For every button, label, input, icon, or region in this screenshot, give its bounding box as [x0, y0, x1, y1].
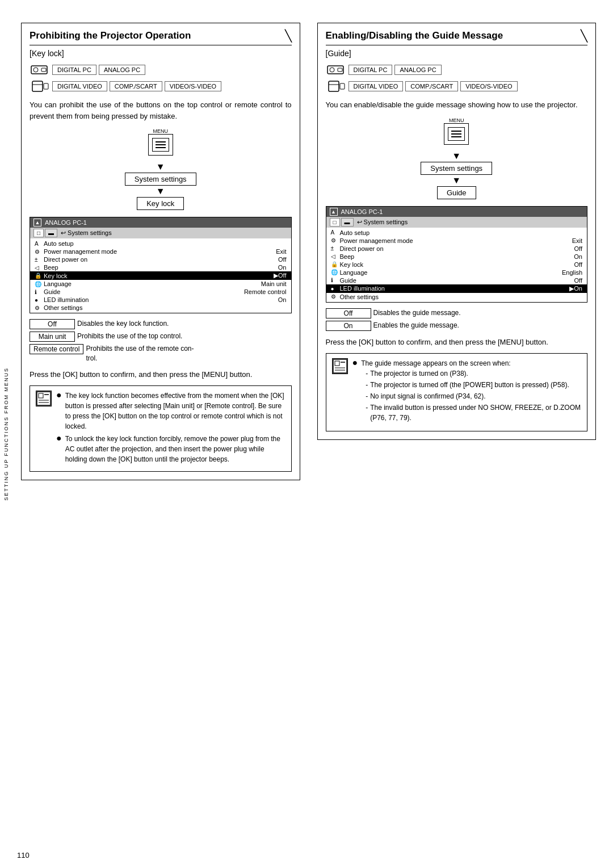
left-option-off: Off Disables the key lock function.	[30, 319, 292, 329]
right-row-icon-other: ⚙	[331, 293, 338, 300]
left-flow-box1: System settings	[125, 173, 196, 186]
left-row-label-power: Power management mode	[44, 248, 274, 255]
right-row-val-direct: Off	[574, 245, 582, 252]
right-description: You can enable/disable the guide message…	[326, 99, 588, 111]
left-row-icon-language: 🌐	[35, 281, 41, 287]
right-title-line: Enabling/Disabling the Guide Message ╲	[326, 29, 588, 45]
right-row-val-keylock: Off	[574, 261, 582, 268]
right-dash-4: -	[366, 402, 368, 423]
right-screen-mockup: ▲ ANALOG PC-1 □ ▬ ↩ System settings A Au…	[326, 206, 588, 303]
right-row-label-led: LED illumination	[340, 285, 568, 292]
right-sub-1: - The projector is turned on (P38).	[366, 368, 581, 379]
side-label: SETTING UP FUNCTIONS FROM MENUS	[0, 0, 12, 868]
right-screen-tab-bar: □ ▬ ↩ System settings	[326, 217, 587, 228]
left-row-direct: ± Direct power on Off	[30, 255, 291, 263]
left-row-beep: ◁ Beep On	[30, 263, 291, 271]
right-btn-comp-scart[interactable]: COMP./SCART	[405, 81, 458, 91]
right-option-off-desc: Disables the guide message.	[373, 308, 588, 318]
right-row-icon-beep: ◁	[331, 253, 338, 259]
svg-rect-7	[39, 393, 43, 398]
right-row-val-led: ▶On	[569, 285, 582, 292]
right-tab1: ▬	[341, 218, 354, 227]
left-title-line: Prohibiting the Projector Operation ╲	[30, 29, 292, 45]
right-arrow1: ▼	[452, 152, 461, 161]
left-option-mainunit-label: Main unit	[30, 332, 75, 342]
left-tab2: ↩ System settings	[61, 229, 112, 237]
left-screen-header: ▲ ANALOG PC-1	[30, 217, 291, 228]
right-remote-icon	[326, 79, 346, 94]
left-row-val-language: Main unit	[261, 280, 287, 287]
right-sub-text-1: The projector is turned on (P38).	[370, 368, 468, 379]
left-option-remote-label: Remote control	[30, 344, 83, 354]
left-option-table: Off Disables the key lock function. Main…	[30, 319, 292, 363]
svg-rect-16	[340, 83, 345, 89]
left-note-1: ● The key lock function becomes effectiv…	[56, 391, 285, 431]
left-title-arrow: ╲	[285, 29, 292, 43]
left-row-val-direct: Off	[278, 256, 286, 263]
svg-rect-17	[333, 359, 347, 373]
right-row-val-beep: On	[574, 253, 582, 260]
left-btn-digital-video[interactable]: DIGITAL VIDEO	[52, 81, 107, 91]
left-arrow2: ▼	[156, 187, 165, 196]
left-row-language: 🌐 Language Main unit	[30, 280, 291, 288]
left-row-val-keylock: ▶Off	[274, 272, 286, 279]
right-row-led: ● LED illumination ▶On	[326, 284, 587, 293]
left-row-auto-setup: A Auto setup	[30, 240, 291, 248]
right-sub-list: - The projector is turned on (P38). - Th…	[361, 368, 581, 423]
left-description: You can prohibit the use of the buttons …	[30, 99, 292, 121]
left-bullet-1: ●	[56, 391, 62, 431]
right-note-content: ● The guide message appears on the scree…	[352, 358, 582, 426]
right-btn-digital-video[interactable]: DIGITAL VIDEO	[349, 81, 404, 91]
left-screen-header-icon: ▲	[33, 219, 41, 227]
right-row-other: ⚙ Other settings	[326, 293, 587, 301]
right-btn-video-svideo[interactable]: VIDEO/S-VIDEO	[460, 81, 518, 91]
right-row-icon-power: ⚙	[331, 237, 338, 244]
right-note-box: ● The guide message appears on the scree…	[326, 353, 588, 431]
right-row-icon-guide: ℹ	[331, 277, 338, 283]
right-row-icon-led: ●	[331, 286, 338, 292]
right-bullet-main: ●	[352, 358, 358, 424]
left-tab1: ▬	[45, 229, 57, 237]
right-menu-label: MENU	[444, 118, 469, 123]
left-btn-comp-scart[interactable]: COMP./SCART	[110, 81, 162, 91]
right-menu-line1	[451, 131, 461, 132]
svg-rect-3	[32, 81, 43, 91]
right-sub-3: - No input signal is confirmed (P34, 62)…	[366, 391, 581, 401]
right-note-icon	[332, 358, 348, 374]
left-arrow1: ▼	[156, 162, 165, 171]
right-flow-box2: Guide	[437, 186, 476, 199]
left-bullet-2: ●	[56, 434, 62, 464]
right-dash-1: -	[366, 368, 368, 379]
left-row-label-other: Other settings	[44, 304, 284, 311]
right-input-selector: DIGITAL PC ANALOG PC DIGITAL VIDEO	[326, 62, 588, 94]
side-label-text: SETTING UP FUNCTIONS FROM MENUS	[3, 367, 9, 501]
right-btn-digital-pc[interactable]: DIGITAL PC	[349, 65, 393, 75]
right-screen-body: A Auto setup ⚙ Power management mode Exi…	[326, 228, 587, 302]
right-screen-header-icon: ▲	[330, 208, 338, 216]
left-btn-video-svideo[interactable]: VIDEO/S-VIDEO	[165, 81, 222, 91]
left-option-mainunit-desc: Prohibits the use of the top control.	[77, 332, 292, 341]
right-dash-3: -	[366, 391, 368, 401]
right-sub-2: - The projector is turned off (the [POWE…	[366, 380, 581, 390]
left-row-label-keylock: Key lock	[44, 272, 271, 279]
left-remote-icon	[30, 79, 50, 94]
left-option-mainunit: Main unit Prohibits the use of the top c…	[30, 332, 292, 342]
right-option-on: On Enables the guide message.	[326, 321, 588, 331]
right-option-on-desc: Enables the guide message.	[373, 321, 588, 330]
right-btn-analog-pc[interactable]: ANALOG PC	[394, 65, 441, 75]
left-btn-analog-pc[interactable]: ANALOG PC	[99, 65, 145, 75]
left-note-text-2: To unlock the key lock function forcibly…	[65, 434, 285, 464]
left-row-icon-power: ⚙	[35, 249, 41, 255]
svg-rect-14	[329, 81, 339, 91]
left-row-icon-led: ●	[35, 297, 41, 303]
left-input-row2: DIGITAL VIDEO COMP./SCART VIDEO/S-VIDEO	[30, 79, 292, 94]
right-sub-text-2: The projector is turned off (the [POWER]…	[370, 380, 569, 390]
left-row-label-language: Language	[44, 280, 259, 287]
left-btn-digital-pc[interactable]: DIGITAL PC	[52, 65, 96, 75]
right-tab0: □	[330, 218, 340, 227]
right-row-label-power: Power management mode	[340, 237, 570, 244]
left-menu-icon-box	[148, 134, 173, 156]
left-menu-icon-inner	[152, 138, 169, 152]
left-row-icon-guide: ℹ	[35, 289, 41, 295]
left-row-icon-keylock: 🔒	[35, 272, 41, 279]
